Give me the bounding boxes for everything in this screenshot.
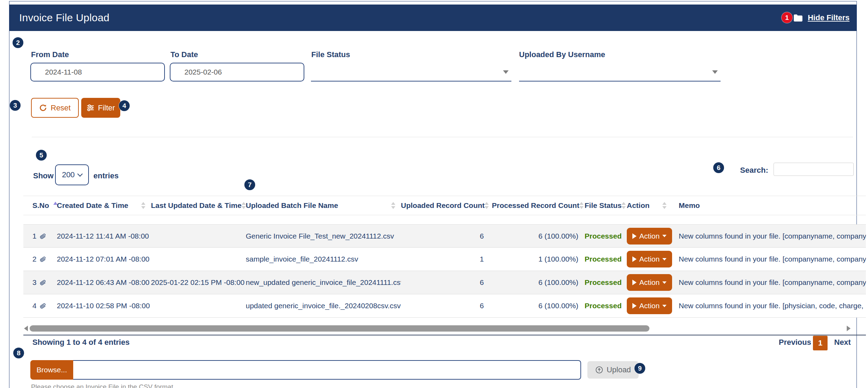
row-action-button[interactable]: Action [627,228,672,245]
cell-created: 2024-11-12 06:43 AM -08:00 [57,278,151,287]
from-date-input[interactable] [30,63,165,82]
chevron-down-icon [503,70,509,74]
som-badge-2: 2 [13,37,23,48]
som-badge-4: 4 [119,100,130,111]
divider [32,137,853,137]
sort-icon [391,202,395,209]
status-badge: Processed [578,232,622,240]
to-date-label: To Date [170,50,198,59]
cell-sno: 3 [32,278,57,287]
folder-icon [793,14,803,22]
pagination-next[interactable]: Next [834,338,851,347]
search-label: Search: [740,166,768,175]
attachment-icon[interactable] [39,279,46,286]
upload-button[interactable]: Upload [587,361,639,379]
reset-button[interactable]: Reset [31,98,79,118]
table-bottom-border [23,335,866,335]
play-icon [632,303,637,309]
scroll-left-arrow-icon[interactable] [24,326,28,331]
som-badge-1: 1 [782,12,792,23]
upload-icon [595,366,603,374]
horizontal-scrollbar [23,325,866,332]
chevron-down-icon [662,258,667,261]
cell-processed-count: 6 (100.00%) [486,302,578,310]
scroll-right-arrow-icon[interactable] [847,326,851,331]
cell-uploaded-count: 6 [401,232,486,240]
cell-sno: 4 [32,302,57,310]
column-header-updated[interactable]: Last Updated Date & Time [151,196,246,215]
cell-processed-count: 6 (100.00%) [486,278,578,287]
file-status-select[interactable] [311,63,511,82]
invoice-upload-card: Invoice File Upload Hide Filters From Da… [9,1,857,388]
chevron-down-icon [712,70,718,74]
sort-icon [662,202,667,209]
uploaded-by-select[interactable] [519,63,721,82]
pagination-previous[interactable]: Previous [779,338,811,347]
reset-icon [39,104,47,112]
som-badge-6: 6 [713,162,724,173]
table-row: 22024-11-12 07:01 AM -08:00sample_invoic… [23,248,866,271]
cell-memo: New columns found in your file. [company… [672,255,866,263]
row-action-button[interactable]: Action [627,297,672,314]
cell-memo: New columns found in your file. [company… [672,232,866,240]
chevron-down-icon [662,281,667,284]
cell-processed-count: 6 (100.00%) [486,232,578,240]
som-badge-9: 9 [634,363,645,374]
from-date-label: From Date [31,50,69,59]
sliders-icon [86,104,94,112]
attachment-icon[interactable] [39,256,46,263]
scrollbar-thumb[interactable] [30,325,649,332]
cell-memo: New columns found in your file. [physici… [672,302,866,310]
column-header-processed[interactable]: Processed Record Count [486,196,578,215]
table-header-row: S.NoCreated Date & TimeLast Updated Date… [23,196,866,215]
row-action-button[interactable]: Action [627,274,672,291]
pagination-page-1[interactable]: 1 [813,336,828,350]
play-icon [632,233,637,239]
page: Invoice File Upload Hide Filters From Da… [0,0,868,388]
file-status-label: File Status [311,50,350,59]
show-label: Show [33,171,54,180]
chevron-down-icon [662,235,667,237]
uploaded-by-label: Uploaded By Username [519,50,605,59]
status-badge: Processed [578,302,622,310]
status-badge: Processed [578,278,622,287]
attachment-icon[interactable] [39,302,46,309]
sort-icon [141,202,145,209]
cell-filename: new_updated generic_invoice_file_2024111… [246,278,401,287]
column-header-uploaded[interactable]: Uploaded Record Count [401,196,486,215]
file-input[interactable] [73,360,581,380]
column-header-status[interactable]: File Status [578,196,622,215]
som-badge-3: 3 [10,100,21,111]
attachment-icon[interactable] [39,233,46,240]
som-badge-7: 7 [244,179,255,190]
row-action-button[interactable]: Action [627,251,672,267]
column-header-action[interactable]: Action [622,196,672,215]
page-size-select[interactable]: 200 [55,164,89,185]
play-icon [632,256,637,262]
search-input[interactable] [774,163,854,176]
table-row: 32024-11-12 06:43 AM -08:002025-01-22 02… [23,271,866,294]
filter-button[interactable]: Filter [81,98,120,118]
cell-processed-count: 1 (100.00%) [486,255,578,263]
entries-label: entries [93,171,119,180]
showing-entries-text: Showing 1 to 4 of 4 entries [32,338,130,347]
table-body: 12024-11-12 11:41 AM -08:00Generic Invoi… [23,224,866,318]
table-row: 12024-11-12 11:41 AM -08:00Generic Invoi… [23,224,866,248]
browse-button[interactable]: Browse... [30,360,73,380]
column-header-created[interactable]: Created Date & Time [57,196,151,215]
upload-helper-text: Please choose an Invoice File in the CSV… [31,383,175,388]
cell-filename: sample_invoice_file_20241112.csv [246,255,401,263]
page-title: Invoice File Upload [19,12,109,24]
play-icon [632,280,637,285]
column-header-sno[interactable]: S.No [32,196,57,215]
sort-icon [242,202,246,209]
chevron-down-icon [77,171,83,177]
som-badge-8: 8 [13,348,24,358]
cell-memo: New columns found in your file. [company… [672,278,866,287]
table-row: 42024-11-10 02:58 PM -08:00updated gener… [23,294,866,318]
cell-created: 2024-11-12 11:41 AM -08:00 [57,232,151,240]
column-header-filename[interactable]: Uploaded Batch File Name [246,196,401,215]
to-date-input[interactable] [170,63,304,82]
page-header: Invoice File Upload Hide Filters [9,5,856,31]
hide-filters-link[interactable]: Hide Filters [808,13,850,22]
